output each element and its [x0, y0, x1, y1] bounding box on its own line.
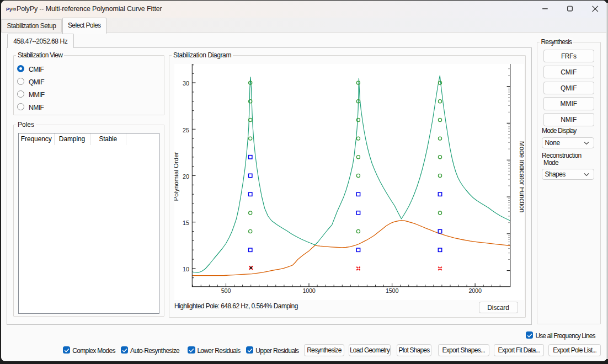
svg-text:500: 500 — [221, 287, 231, 294]
svg-text:15: 15 — [183, 220, 189, 226]
svg-text:20: 20 — [183, 173, 189, 179]
svg-text:30: 30 — [183, 80, 189, 87]
svg-text:1500: 1500 — [386, 287, 398, 294]
svg-text:10: 10 — [183, 266, 189, 272]
svg-text:Mode Indicator Function: Mode Indicator Function — [518, 141, 525, 212]
svg-text:Polynomial Order: Polynomial Order — [174, 152, 179, 201]
svg-text:25: 25 — [183, 126, 189, 133]
svg-text:1000: 1000 — [302, 287, 315, 294]
svg-text:2000: 2000 — [468, 287, 481, 294]
